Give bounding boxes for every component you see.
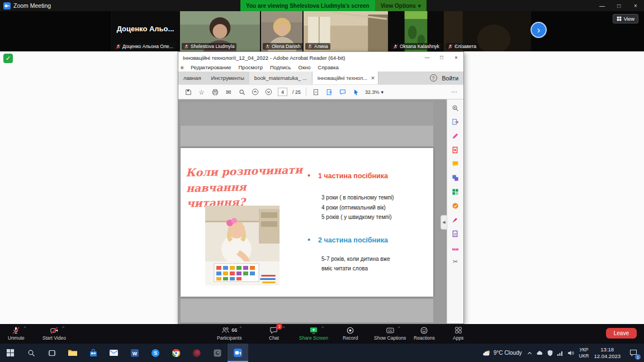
toolbar-overflow-icon[interactable]: ⋯ xyxy=(451,88,458,96)
store-icon[interactable] xyxy=(83,344,103,362)
participants-button[interactable]: 66 ^ Participants xyxy=(217,326,242,341)
tray-icons xyxy=(527,350,574,356)
stamp-tool-icon[interactable] xyxy=(451,201,460,211)
file-explorer-icon[interactable] xyxy=(62,344,83,362)
request-signatures-icon[interactable] xyxy=(451,229,460,239)
zoom-icon[interactable] xyxy=(228,344,248,362)
smiley-icon xyxy=(420,326,428,335)
view-layout-button[interactable]: View xyxy=(613,14,638,23)
skype-icon[interactable]: S xyxy=(145,344,165,362)
menu-view[interactable]: Просмотр xyxy=(239,64,263,70)
chrome-icon[interactable] xyxy=(165,344,186,362)
minimize-button[interactable]: — xyxy=(594,0,610,11)
zoom-level-dropdown[interactable]: 32.3% ▾ xyxy=(365,89,383,95)
language-switcher[interactable]: УКР UKR xyxy=(579,347,589,358)
clock-date: 12.04.2023 xyxy=(594,353,621,360)
acrobat-maximize-button[interactable]: □ xyxy=(434,52,449,63)
print-icon[interactable] xyxy=(211,88,219,96)
measure-tool-icon[interactable] xyxy=(451,243,460,253)
create-pdf-icon[interactable] xyxy=(451,145,460,155)
edit-pdf-icon[interactable] xyxy=(451,131,460,141)
combine-files-icon[interactable] xyxy=(451,173,460,183)
fit-page-icon[interactable] xyxy=(311,88,320,96)
start-video-button[interactable]: ^ Start Video xyxy=(42,326,66,341)
hidden-icons-chevron[interactable] xyxy=(527,351,532,355)
firefox-icon[interactable] xyxy=(186,344,207,362)
chevron-up-icon[interactable]: ^ xyxy=(62,325,64,330)
weather-widget[interactable]: 9°C Cloudy xyxy=(483,350,522,356)
chat-button[interactable]: 2 ^ Chat xyxy=(269,326,279,341)
participant-tile[interactable]: Алина xyxy=(303,11,388,51)
apps-button[interactable]: Apps xyxy=(453,326,463,341)
tab-close-icon[interactable]: ✕ xyxy=(371,75,375,81)
chevron-up-icon[interactable]: ^ xyxy=(24,325,26,330)
menu-edit[interactable]: Редактирование xyxy=(191,64,231,70)
menu-window[interactable]: Окно xyxy=(299,64,311,70)
close-button[interactable]: × xyxy=(627,0,644,11)
reactions-button[interactable]: Reactions xyxy=(414,326,435,341)
select-tool-icon[interactable] xyxy=(352,88,360,96)
help-icon[interactable]: ? xyxy=(430,74,437,82)
email-icon[interactable]: ✉ xyxy=(224,88,233,96)
gimp-icon[interactable] xyxy=(207,344,228,362)
acrobat-minimize-button[interactable]: — xyxy=(420,52,434,63)
unmute-button[interactable]: ^ Unmute xyxy=(8,326,25,341)
next-participants-button[interactable]: › xyxy=(531,22,547,38)
marquee-zoom-icon[interactable] xyxy=(451,103,460,113)
acrobat-window-title: Інноваційні технології_12_04_2022 - Adob… xyxy=(178,55,345,61)
tab-document-1[interactable]: book_matematuka_ ... xyxy=(249,72,312,84)
comment-tool-icon[interactable] xyxy=(451,159,460,169)
chevron-up-icon[interactable]: ^ xyxy=(283,325,285,330)
start-button[interactable] xyxy=(0,344,21,362)
participant-tile[interactable]: Oksana Kalashnyk xyxy=(389,11,443,51)
page-number-input[interactable]: 4 xyxy=(278,88,287,96)
chevron-up-icon[interactable]: ^ xyxy=(239,325,242,330)
network-icon[interactable] xyxy=(557,350,564,356)
participant-tile[interactable]: Olena Danish xyxy=(261,11,302,51)
acrobat-close-button[interactable]: × xyxy=(449,52,463,63)
onedrive-icon[interactable] xyxy=(536,350,543,355)
comment-tool-icon[interactable] xyxy=(338,88,347,96)
export-pdf-icon[interactable] xyxy=(451,117,460,127)
participant-tile[interactable]: Доценко Альо... Доценко Альона Оле... xyxy=(111,11,179,51)
tools-panel-collapse-handle[interactable]: ◀ xyxy=(441,215,447,230)
volume-icon[interactable] xyxy=(567,350,574,356)
star-icon[interactable]: ☆ xyxy=(197,88,206,96)
search-icon[interactable] xyxy=(238,88,246,96)
organize-pages-icon[interactable] xyxy=(451,187,460,197)
show-captions-button[interactable]: CC ^ Show Captions xyxy=(374,326,406,341)
mail-icon[interactable] xyxy=(103,344,124,362)
language-line1: УКР xyxy=(579,347,589,353)
weather-text: 9°C Cloudy xyxy=(494,350,522,356)
acrobat-window-controls: — □ × xyxy=(420,52,463,63)
task-view-button[interactable] xyxy=(41,344,62,362)
menu-file[interactable]: я xyxy=(181,64,183,70)
defender-shield-icon[interactable] xyxy=(547,350,553,356)
previous-page-icon[interactable] xyxy=(251,88,259,96)
action-center-button[interactable]: 1 xyxy=(626,344,641,362)
participant-tile[interactable]: Єлізавета xyxy=(443,11,531,51)
tab-home[interactable]: лавная xyxy=(178,72,206,84)
save-file-icon[interactable] xyxy=(184,88,192,96)
next-page-icon[interactable] xyxy=(264,88,273,96)
view-options-dropdown[interactable]: View Options ▾ xyxy=(375,0,427,11)
cloudy-icon xyxy=(483,350,491,356)
fill-sign-icon[interactable] xyxy=(451,215,460,225)
menu-help[interactable]: Справка xyxy=(318,64,339,70)
maximize-button[interactable]: □ xyxy=(610,0,627,11)
record-button[interactable]: Record xyxy=(343,326,358,341)
leave-meeting-button[interactable]: Leave xyxy=(606,328,637,339)
tab-tools[interactable]: Инструменты xyxy=(206,72,249,84)
sign-in-button[interactable]: Войти xyxy=(442,75,458,82)
redact-scissors-icon[interactable]: ✂ xyxy=(451,257,460,266)
tab-document-2[interactable]: Інноваційні технол... ✕ xyxy=(312,72,378,84)
chevron-up-icon[interactable]: ^ xyxy=(321,325,324,330)
chevron-up-icon[interactable]: ^ xyxy=(398,325,400,330)
share-screen-button[interactable]: ^ Share Screen xyxy=(299,326,328,341)
word-icon[interactable]: W xyxy=(124,344,145,362)
taskbar-clock[interactable]: 13:18 12.04.2023 xyxy=(594,346,621,360)
taskbar-search-button[interactable] xyxy=(21,344,41,362)
menu-sign[interactable]: Подпись xyxy=(270,64,291,70)
export-pdf-icon[interactable] xyxy=(325,88,333,96)
participant-tile[interactable]: Shelestova Liudmyla xyxy=(179,11,260,51)
